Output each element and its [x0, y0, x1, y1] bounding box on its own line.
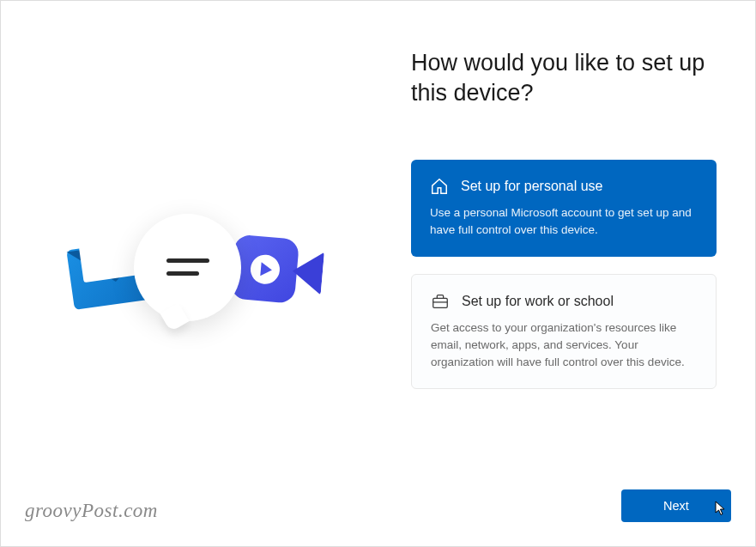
option-personal-title: Set up for personal use	[461, 179, 602, 194]
home-icon	[430, 177, 449, 196]
page-title: How would you like to set up this device…	[411, 48, 717, 108]
play-icon	[249, 252, 281, 284]
content-panel: How would you like to set up this device…	[378, 1, 755, 546]
svg-rect-0	[433, 298, 448, 307]
option-personal-use[interactable]: Set up for personal use Use a personal M…	[411, 160, 717, 257]
video-camera-icon	[229, 227, 325, 312]
option-work-desc: Get access to your organization's resour…	[431, 319, 697, 372]
setup-screen: How would you like to set up this device…	[1, 1, 755, 546]
option-work-school[interactable]: Set up for work or school Get access to …	[411, 274, 717, 390]
briefcase-icon	[431, 292, 450, 311]
footer: groovyPost.com Next	[25, 489, 731, 522]
cursor-icon	[715, 501, 727, 516]
illustration-panel	[1, 1, 378, 546]
watermark-text: groovyPost.com	[25, 500, 158, 522]
hero-illustration	[52, 188, 327, 360]
option-personal-desc: Use a personal Microsoft account to get …	[430, 204, 698, 240]
chat-bubble-icon	[134, 214, 241, 321]
option-work-title: Set up for work or school	[462, 294, 614, 309]
setup-options: Set up for personal use Use a personal M…	[411, 160, 717, 389]
